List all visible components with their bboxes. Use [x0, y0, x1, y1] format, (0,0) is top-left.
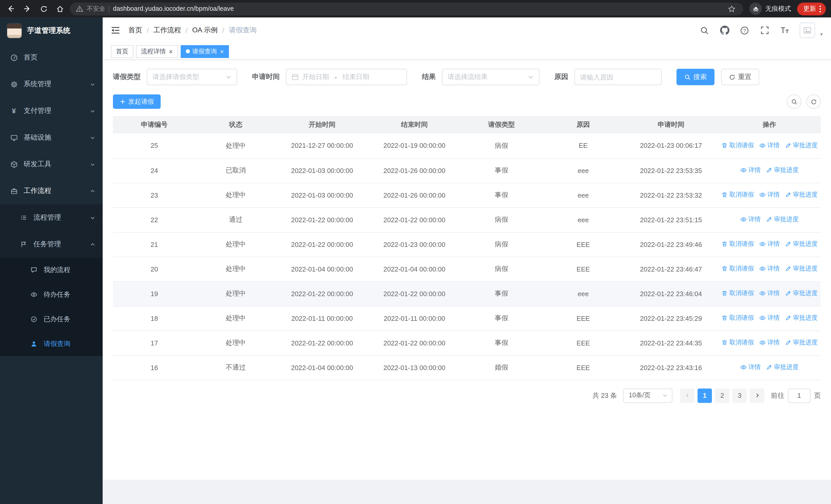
sidebar-item-my-process[interactable]: 我的流程 [0, 258, 103, 282]
sidebar-item-workflow[interactable]: 工作流程 [0, 178, 103, 204]
reset-button-label: 重置 [738, 72, 751, 82]
collapse-sidebar-icon[interactable] [111, 26, 120, 34]
detail-link[interactable]: 详情 [759, 314, 780, 322]
detail-link[interactable]: 详情 [759, 289, 780, 298]
cell-reason: eee [543, 281, 624, 306]
reload-icon[interactable] [38, 3, 49, 14]
close-icon[interactable]: × [220, 48, 224, 55]
sidebar-item-system[interactable]: 系统管理 [0, 71, 103, 97]
cell-start-time: 2022-01-04 00:00:00 [276, 355, 368, 380]
apply-time-range-picker[interactable]: 开始日期 - 结束日期 [286, 69, 407, 85]
sidebar-item-leave-query[interactable]: 请假查询 [0, 331, 103, 356]
refresh-table-button[interactable] [806, 94, 821, 109]
result-select[interactable]: 请选择流结果 [442, 69, 540, 85]
breadcrumb: 首页 / 工作流程 / OA 示例 / 请假查询 [128, 26, 257, 35]
search-button[interactable]: 搜索 [677, 69, 715, 85]
leave-type-select[interactable]: 请选择请假类型 [147, 69, 237, 85]
page-button-3[interactable]: 3 [733, 388, 747, 403]
help-icon[interactable]: ? [740, 25, 750, 35]
caret-down-icon[interactable]: ▾ [820, 31, 823, 38]
cancel-leave-link[interactable]: 取消请假 [721, 190, 754, 199]
home-icon[interactable] [54, 3, 66, 14]
detail-link[interactable]: 详情 [740, 363, 761, 372]
flag-icon [20, 240, 28, 248]
cancel-leave-link[interactable]: 取消请假 [721, 289, 754, 298]
sidebar-item-infrastructure[interactable]: 基础设施 [0, 124, 103, 151]
breadcrumb-item[interactable]: 首页 [128, 26, 142, 35]
forward-icon[interactable] [22, 3, 33, 14]
prev-page-button[interactable] [680, 388, 694, 403]
security-label[interactable]: 不安全 [87, 4, 105, 13]
cancel-leave-link[interactable]: 取消请假 [721, 141, 754, 150]
tags-view: 首页 流程详情 × 请假查询 × [103, 43, 831, 60]
github-icon[interactable] [720, 25, 730, 35]
update-button[interactable]: 更新 [797, 2, 826, 15]
cancel-leave-link[interactable]: 取消请假 [721, 314, 754, 322]
detail-link[interactable]: 详情 [759, 240, 780, 248]
trash-icon [721, 191, 728, 198]
table-header-row: 申请编号 状态 开始时间 结束时间 请假类型 原因 申请时间 操作 [113, 116, 821, 134]
goto-suffix: 页 [814, 391, 821, 400]
approval-progress-link[interactable]: 审批进度 [785, 314, 818, 322]
page-button-2[interactable]: 2 [715, 388, 729, 403]
sidebar-item-task-management[interactable]: 任务管理 [0, 231, 103, 258]
font-size-icon[interactable] [780, 25, 790, 35]
bookmark-star-icon[interactable] [726, 3, 737, 14]
breadcrumb-item[interactable]: 工作流程 [153, 26, 181, 35]
detail-link[interactable]: 详情 [740, 166, 761, 175]
detail-link[interactable]: 详情 [759, 338, 780, 347]
address-bar[interactable]: 不安全 dashboard.yudao.iocoder.cn/bpm/oa/le… [70, 2, 743, 15]
breadcrumb-separator: / [222, 26, 224, 34]
cancel-leave-link[interactable]: 取消请假 [721, 338, 754, 347]
next-page-button[interactable] [750, 388, 764, 403]
back-icon[interactable] [5, 3, 17, 14]
detail-link[interactable]: 详情 [759, 264, 780, 273]
leave-type-label: 请假类型 [113, 72, 141, 82]
cancel-leave-link[interactable]: 取消请假 [721, 240, 754, 248]
approval-progress-link[interactable]: 审批进度 [766, 363, 799, 372]
total-count: 共 23 条 [593, 391, 617, 400]
close-icon[interactable]: × [169, 48, 173, 55]
sidebar-item-home[interactable]: 首页 [0, 44, 103, 71]
reset-button[interactable]: 重置 [721, 69, 759, 85]
approval-progress-link[interactable]: 审批进度 [785, 190, 818, 199]
cell-reason: EEE [543, 330, 624, 355]
sidebar-item-todo-tasks[interactable]: 待办任务 [0, 282, 103, 307]
cell-leave-type: 病假 [460, 257, 543, 281]
tab-leave-query[interactable]: 请假查询 × [180, 45, 229, 58]
toggle-search-button[interactable] [787, 94, 801, 109]
search-icon[interactable] [699, 25, 710, 35]
approval-progress-link[interactable]: 审批进度 [766, 166, 799, 175]
sidebar-item-done-tasks[interactable]: 已办任务 [0, 307, 103, 331]
detail-link[interactable]: 详情 [740, 215, 761, 224]
detail-link[interactable]: 详情 [759, 190, 780, 199]
fullscreen-icon[interactable] [760, 25, 770, 35]
approval-progress-link[interactable]: 审批进度 [785, 240, 818, 248]
tab-label: 首页 [116, 47, 128, 56]
create-leave-button[interactable]: 发起请假 [113, 94, 161, 109]
sidebar-item-devtools[interactable]: 研发工具 [0, 151, 103, 178]
menu-dots-icon[interactable] [819, 5, 821, 12]
page-button-1[interactable]: 1 [697, 388, 712, 403]
breadcrumb-item[interactable]: OA 示例 [192, 26, 218, 35]
url-text[interactable]: dashboard.yudao.iocoder.cn/bpm/oa/leave [113, 5, 722, 12]
detail-link[interactable]: 详情 [759, 141, 780, 150]
page-size-select[interactable]: 10条/页 [623, 388, 672, 403]
approval-progress-link[interactable]: 审批进度 [785, 338, 818, 347]
eye-icon [759, 339, 766, 346]
sidebar-item-payment[interactable]: ¥ 支付管理 [0, 97, 103, 124]
cell-apply-time: 2022-01-22 23:45:29 [624, 306, 718, 330]
goto-page-input[interactable] [788, 388, 810, 403]
approval-progress-link[interactable]: 审批进度 [766, 215, 799, 224]
tab-process-detail[interactable]: 流程详情 × [136, 45, 178, 58]
tab-home[interactable]: 首页 [111, 45, 134, 58]
cancel-leave-link[interactable]: 取消请假 [721, 264, 754, 273]
approval-progress-link[interactable]: 审批进度 [785, 264, 818, 273]
chevron-down-icon [90, 81, 95, 87]
sidebar-item-process-management[interactable]: 流程管理 [0, 204, 103, 231]
user-avatar[interactable] [800, 23, 815, 38]
eye-icon [759, 142, 766, 149]
approval-progress-link[interactable]: 审批进度 [785, 141, 818, 150]
approval-progress-link[interactable]: 审批进度 [785, 289, 818, 298]
reason-input[interactable] [574, 69, 662, 85]
